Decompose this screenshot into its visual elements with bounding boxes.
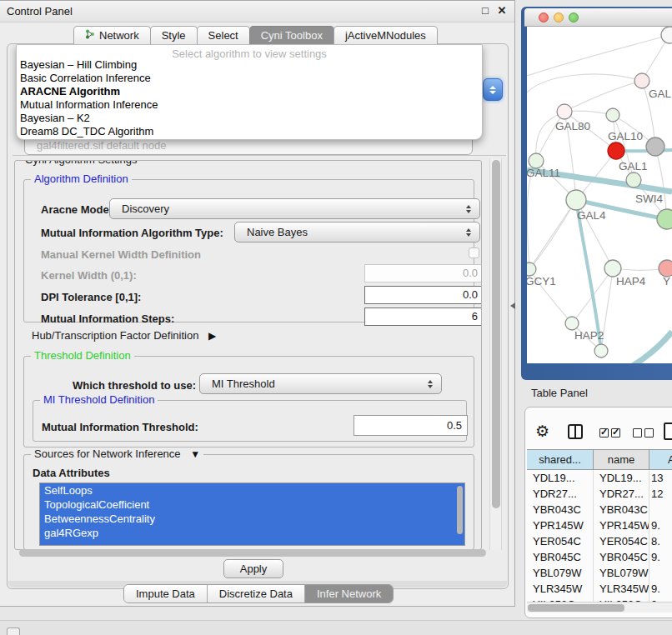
table-cell[interactable]: 13 [649, 470, 672, 486]
table-cell[interactable]: YPR145W [594, 518, 649, 533]
table-cell[interactable]: YER054C [594, 533, 649, 549]
dropdown-item[interactable]: Basic Correlation Inference [17, 72, 482, 85]
list-scrollbar-thumb[interactable] [457, 486, 463, 534]
table-column-header[interactable]: A [649, 450, 672, 469]
dpi-tolerance-input[interactable]: 0.0 [364, 286, 482, 304]
network-canvas[interactable]: GALGAL80GAL10GAL1GAL11SWI4GAL4GCY1HAP4YH… [527, 27, 672, 363]
list-scrollbar[interactable] [456, 484, 464, 546]
hub-definition-expander[interactable]: Hub/Transcription Factor Definition ▶ [32, 329, 216, 342]
which-threshold-combobox[interactable]: MI Threshold [199, 373, 442, 394]
table-column-header[interactable]: name [594, 450, 649, 469]
manual-kernel-checkbox[interactable] [469, 248, 479, 258]
table-cell[interactable]: 9. [649, 518, 672, 533]
mi-steps-input[interactable]: 6 [364, 308, 482, 326]
aracne-mode-combobox[interactable]: Discovery [109, 198, 480, 219]
data-attribute-item[interactable]: gal4RGexp [40, 526, 464, 540]
document-icon[interactable] [664, 422, 672, 440]
tab-style[interactable]: Style [150, 26, 198, 44]
table-cell[interactable]: YBR045C [594, 549, 649, 565]
table-row[interactable]: YPR145WYPR145W9. [527, 518, 672, 533]
network-node[interactable] [661, 27, 672, 43]
table-cell[interactable]: 9. [649, 581, 672, 597]
checked-checkbox-icon[interactable] [599, 428, 609, 438]
list-item-partial[interactable] [40, 540, 464, 546]
network-node[interactable] [566, 190, 586, 210]
checked-checkbox-icon[interactable] [611, 428, 620, 438]
close-window-icon[interactable]: ✕ [495, 4, 509, 18]
close-traffic-light[interactable] [539, 12, 549, 22]
table-row[interactable]: YBL079WYBL079W [527, 565, 672, 581]
network-node[interactable] [646, 138, 664, 156]
tab-jactivemnodules[interactable]: jActiveMNodules [333, 26, 438, 44]
table-cell[interactable]: YBL079W [527, 565, 594, 581]
tab-discretize-data[interactable]: Discretize Data [208, 585, 305, 602]
network-node[interactable] [608, 142, 624, 159]
dropdown-item[interactable]: Mutual Information Inference [17, 98, 482, 112]
table-cell[interactable]: YBR043C [594, 502, 649, 518]
network-node[interactable] [565, 317, 579, 330]
dropdown-item[interactable]: ARACNE Algorithm [17, 85, 482, 98]
sources-group-toggle[interactable]: Sources for Network Inference ▼ [31, 448, 203, 460]
split-pane-collapse-arrow[interactable] [510, 302, 515, 309]
table-cell[interactable]: YBL079W [594, 565, 649, 581]
table-cell[interactable]: YDL19... [527, 470, 594, 486]
dropdown-item[interactable]: Dream8 DC_TDC Algorithm [17, 125, 482, 138]
gear-icon[interactable]: ⚙ [535, 422, 549, 440]
table-row[interactable]: YDR27...YDR27...12 [527, 486, 672, 502]
table-cell[interactable]: YLR345W [527, 581, 594, 597]
network-node[interactable] [594, 344, 608, 358]
table-cell[interactable]: YDL19... [594, 470, 649, 486]
table-cell[interactable] [649, 502, 672, 518]
data-attribute-item[interactable]: TopologicalCoefficient [40, 498, 464, 512]
kernel-width-input[interactable]: 0.0 [364, 264, 482, 282]
tab-impute-data[interactable]: Impute Data [124, 585, 208, 602]
settings-horizontal-scrollbar[interactable] [18, 548, 506, 559]
table-row[interactable]: YBR043CYBR043C [527, 502, 672, 518]
network-window-titlebar[interactable] [524, 8, 672, 27]
zoom-traffic-light[interactable] [569, 12, 579, 22]
table-cell[interactable]: 9. [649, 549, 672, 565]
table-horizontal-scrollbar-thumb[interactable] [528, 604, 624, 612]
dropdown-item[interactable]: Bayesian – Hill Climbing [17, 58, 482, 72]
network-node[interactable] [604, 260, 621, 277]
table-cell[interactable]: YLR345W [594, 581, 649, 597]
data-attribute-item[interactable]: BetweennessCentrality [40, 512, 464, 526]
settings-vertical-scrollbar[interactable] [489, 158, 502, 550]
table-cell[interactable]: YBR045C [527, 549, 594, 565]
tab-network[interactable]: Network [73, 26, 151, 44]
table-row[interactable]: YBR045CYBR045C9. [527, 549, 672, 565]
table-cell[interactable] [649, 565, 672, 581]
table-row[interactable]: YDL19...YDL19...13 [527, 470, 672, 486]
partial-button[interactable] [7, 628, 20, 635]
tab-cyni-toolbox[interactable]: Cyni Toolbox [249, 26, 334, 44]
network-node[interactable] [606, 108, 619, 122]
table-column-header[interactable]: shared... [527, 450, 594, 469]
network-node[interactable] [657, 209, 672, 229]
settings-vertical-scrollbar-thumb[interactable] [492, 160, 500, 508]
algorithm-combobox-stepper[interactable] [483, 78, 503, 101]
table-horizontal-scrollbar[interactable] [527, 602, 672, 612]
table-cell[interactable]: YBR043C [527, 502, 594, 518]
network-node[interactable] [557, 104, 572, 119]
table-cell[interactable]: 12 [649, 486, 672, 502]
network-node[interactable] [626, 172, 641, 188]
table-cell[interactable]: YDR27... [527, 486, 594, 502]
table-cell[interactable]: YPR145W [527, 518, 594, 533]
split-columns-icon[interactable] [568, 424, 583, 439]
table-cell[interactable]: YER054C [527, 533, 594, 549]
table-cell[interactable]: YDR27... [594, 486, 649, 502]
apply-button[interactable]: Apply [223, 559, 283, 578]
table-row[interactable]: YLR345WYLR345W9. [527, 581, 672, 597]
tab-select[interactable]: Select [197, 26, 250, 44]
network-node[interactable] [634, 73, 649, 88]
mi-threshold-input[interactable]: 0.5 [354, 415, 468, 436]
network-graph[interactable]: GALGAL80GAL10GAL1GAL11SWI4GAL4GCY1HAP4YH… [527, 27, 672, 363]
dropdown-item[interactable]: Bayesian – K2 [17, 112, 482, 125]
network-node[interactable] [527, 262, 536, 276]
network-node[interactable] [659, 260, 672, 277]
table-row[interactable]: YER054CYER054C8. [527, 533, 672, 549]
mi-type-combobox[interactable]: Naive Bayes [234, 222, 480, 242]
table-cell[interactable]: 8. [649, 533, 672, 549]
unchecked-checkbox-icon[interactable] [633, 428, 642, 438]
float-window-icon[interactable]: □ [479, 4, 492, 18]
